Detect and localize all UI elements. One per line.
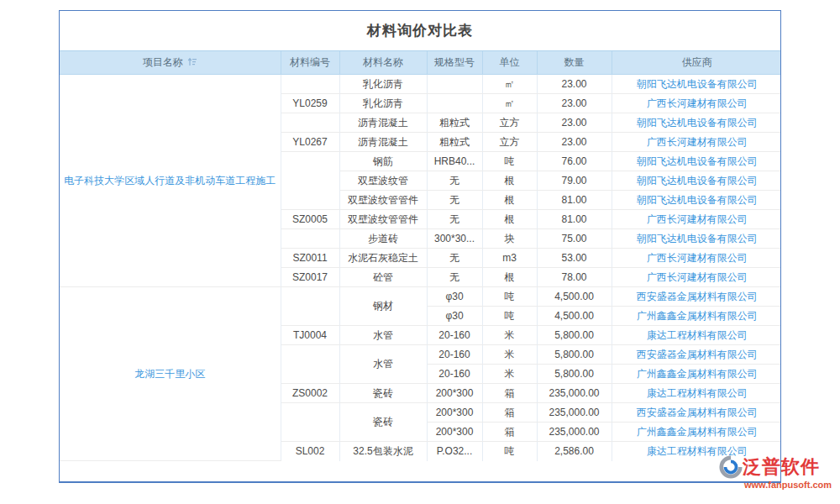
supplier-link[interactable]: 西安盛器金属材料有限公司 bbox=[637, 291, 758, 302]
table-header-row: 项目名称 材料编号 材料名称 规格型号 单位 数量 供应商 bbox=[60, 51, 781, 75]
cell-qty: 23.00 bbox=[537, 113, 612, 133]
cell-name: 沥青混凝土 bbox=[339, 113, 427, 133]
supplier-link[interactable]: 朝阳飞达机电设备有限公司 bbox=[637, 78, 758, 90]
cell-unit: 箱 bbox=[482, 403, 537, 423]
cell-spec: 无 bbox=[427, 249, 482, 268]
cell-name: 钢筋 bbox=[339, 152, 427, 171]
cell-spec: 200*300 bbox=[427, 384, 482, 403]
cell-name: 钢材 bbox=[339, 287, 427, 326]
cell-spec: 300*30... bbox=[427, 229, 482, 249]
cell-code: SZ0011 bbox=[281, 249, 339, 268]
cell-qty: 81.00 bbox=[537, 191, 612, 210]
comparison-table: 项目名称 材料编号 材料名称 规格型号 单位 数量 供应商 电子科技大学区域人行… bbox=[60, 51, 781, 461]
cell-supplier: 康达工程材料有限公司 bbox=[612, 326, 781, 345]
supplier-link[interactable]: 朝阳飞达机电设备有限公司 bbox=[637, 117, 758, 129]
supplier-link[interactable]: 西安盛器金属材料有限公司 bbox=[637, 407, 758, 418]
cell-qty: 75.00 bbox=[537, 229, 612, 249]
cell-code bbox=[281, 403, 339, 442]
supplier-link[interactable]: 朝阳飞达机电设备有限公司 bbox=[637, 233, 758, 244]
cell-spec: 200*300 bbox=[427, 403, 482, 423]
cell-spec: 粗粒式 bbox=[427, 113, 482, 133]
cell-code: YL0259 bbox=[281, 94, 339, 113]
cell-name: 沥青混凝土 bbox=[339, 133, 427, 152]
cell-unit: 米 bbox=[482, 365, 537, 384]
cell-name: 水管 bbox=[339, 345, 427, 384]
cell-qty: 4,500.00 bbox=[537, 307, 612, 326]
cell-qty: 79.00 bbox=[537, 171, 612, 191]
supplier-link[interactable]: 广州鑫鑫金属材料有限公司 bbox=[637, 310, 758, 322]
supplier-link[interactable]: 朝阳飞达机电设备有限公司 bbox=[637, 175, 758, 186]
column-header-qty: 数量 bbox=[537, 51, 612, 75]
page-title: 材料询价对比表 bbox=[60, 11, 780, 51]
cell-qty: 5,800.00 bbox=[537, 345, 612, 365]
cell-qty: 53.00 bbox=[537, 249, 612, 268]
column-header-project-label: 项目名称 bbox=[143, 56, 183, 68]
cell-supplier: 广西长河建材有限公司 bbox=[612, 268, 781, 287]
supplier-link[interactable]: 广州鑫鑫金属材料有限公司 bbox=[637, 368, 758, 380]
cell-name: 砼管 bbox=[339, 268, 427, 287]
supplier-link[interactable]: 广西长河建材有限公司 bbox=[647, 271, 748, 283]
cell-name: 水管 bbox=[339, 326, 427, 345]
cell-code bbox=[281, 113, 339, 133]
cell-unit: 吨 bbox=[482, 442, 537, 461]
cell-name: 水泥石灰稳定土 bbox=[339, 249, 427, 268]
cell-supplier: 朝阳飞达机电设备有限公司 bbox=[612, 113, 781, 133]
cell-qty: 23.00 bbox=[537, 75, 612, 94]
column-header-unit: 单位 bbox=[482, 51, 537, 75]
cell-unit: 立方 bbox=[482, 133, 537, 152]
supplier-link[interactable]: 康达工程材料有限公司 bbox=[647, 387, 748, 399]
supplier-link[interactable]: 西安盛器金属材料有限公司 bbox=[637, 349, 758, 360]
sort-icon[interactable] bbox=[187, 57, 197, 66]
column-header-project[interactable]: 项目名称 bbox=[60, 51, 281, 75]
supplier-link[interactable]: 广西长河建材有限公司 bbox=[647, 97, 748, 109]
cell-code: SZ0017 bbox=[281, 268, 339, 287]
project-link[interactable]: 电子科技大学区域人行道及非机动车道工程施工 bbox=[64, 175, 276, 186]
fanpu-logo-icon bbox=[719, 455, 743, 479]
cell-unit: 根 bbox=[482, 268, 537, 287]
cell-code: TJ0004 bbox=[281, 326, 339, 345]
cell-unit: 吨 bbox=[482, 307, 537, 326]
cell-supplier: 广州鑫鑫金属材料有限公司 bbox=[612, 365, 781, 384]
cell-spec bbox=[427, 94, 482, 113]
supplier-link[interactable]: 广州鑫鑫金属材料有限公司 bbox=[637, 426, 758, 438]
cell-supplier: 西安盛器金属材料有限公司 bbox=[612, 403, 781, 423]
supplier-link[interactable]: 朝阳飞达机电设备有限公司 bbox=[637, 194, 758, 206]
supplier-link[interactable]: 广西长河建材有限公司 bbox=[647, 252, 748, 264]
comparison-panel: 材料询价对比表 项目名称 材料编号 材料名称 规格型号 单位 数量 供应商 电子… bbox=[59, 10, 781, 483]
cell-supplier: 广西长河建材有限公司 bbox=[612, 210, 781, 229]
cell-supplier: 广西长河建材有限公司 bbox=[612, 249, 781, 268]
cell-spec: HRB40... bbox=[427, 152, 482, 171]
column-header-code: 材料编号 bbox=[281, 51, 339, 75]
cell-name: 双壁波纹管管件 bbox=[339, 210, 427, 229]
cell-supplier: 朝阳飞达机电设备有限公司 bbox=[612, 75, 781, 94]
cell-name: 双壁波纹管管件 bbox=[339, 191, 427, 210]
cell-spec: 20-160 bbox=[427, 326, 482, 345]
cell-code bbox=[281, 229, 339, 249]
project-link[interactable]: 龙湖三千里小区 bbox=[134, 368, 205, 380]
table-row: 电子科技大学区域人行道及非机动车道工程施工 乳化沥青 ㎡ 23.00 朝阳飞达机… bbox=[60, 75, 781, 94]
cell-name: 步道砖 bbox=[339, 229, 427, 249]
cell-spec: 20-160 bbox=[427, 365, 482, 384]
cell-supplier: 广州鑫鑫金属材料有限公司 bbox=[612, 307, 781, 326]
cell-unit: 米 bbox=[482, 345, 537, 365]
cell-spec: 200*300 bbox=[427, 423, 482, 442]
cell-spec: 20-160 bbox=[427, 345, 482, 365]
cell-unit: ㎡ bbox=[482, 75, 537, 94]
supplier-link[interactable]: 广西长河建材有限公司 bbox=[647, 213, 748, 225]
cell-unit: ㎡ bbox=[482, 94, 537, 113]
cell-name: 双壁波纹管 bbox=[339, 171, 427, 191]
cell-spec bbox=[427, 75, 482, 94]
cell-spec: 无 bbox=[427, 268, 482, 287]
supplier-link[interactable]: 朝阳飞达机电设备有限公司 bbox=[637, 155, 758, 167]
cell-unit: 吨 bbox=[482, 152, 537, 171]
supplier-link[interactable]: 广西长河建材有限公司 bbox=[647, 136, 748, 148]
project-cell: 龙湖三千里小区 bbox=[60, 287, 281, 461]
cell-unit: 根 bbox=[482, 171, 537, 191]
cell-supplier: 朝阳飞达机电设备有限公司 bbox=[612, 171, 781, 191]
cell-supplier: 康达工程材料有限公司 bbox=[612, 384, 781, 403]
cell-unit: 根 bbox=[482, 210, 537, 229]
cell-unit: 立方 bbox=[482, 113, 537, 133]
supplier-link[interactable]: 康达工程材料有限公司 bbox=[647, 329, 748, 341]
cell-qty: 235,000.00 bbox=[537, 423, 612, 442]
cell-spec: 无 bbox=[427, 210, 482, 229]
